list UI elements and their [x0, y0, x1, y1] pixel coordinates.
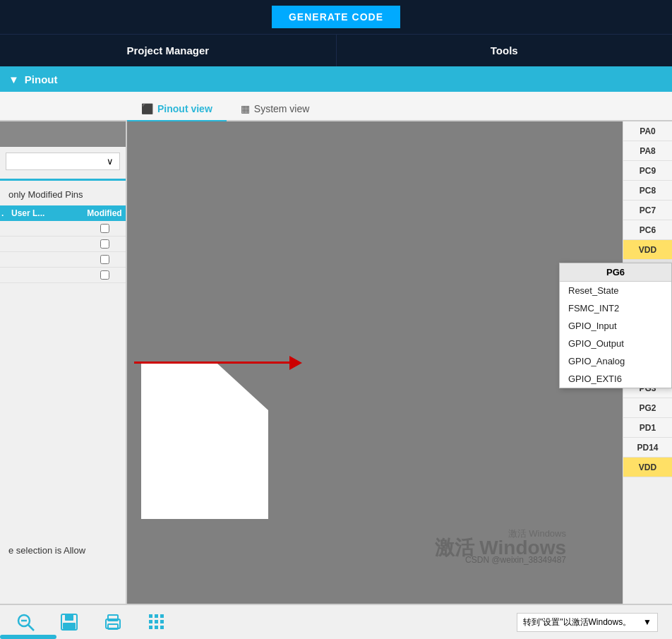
tab-bar: Project Manager Tools: [0, 34, 672, 66]
tab-pinout-view[interactable]: ⬛ Pinout view: [127, 97, 227, 121]
svg-rect-11: [160, 614, 164, 618]
dropdown-item-gpio-input[interactable]: GPIO_Input: [560, 317, 671, 335]
dropdown-item-gpio-output[interactable]: GPIO_Output: [560, 335, 671, 352]
svg-rect-13: [155, 620, 158, 623]
modified-checkbox[interactable]: [100, 239, 109, 249]
save-icon[interactable]: [58, 611, 80, 633]
row-dot: [0, 226, 8, 232]
pin-table-header: . User L... Modified: [0, 205, 126, 221]
pinout-view-label: Pinout view: [157, 103, 212, 114]
row-modified[interactable]: [83, 252, 126, 267]
chip-area: 激活 Windows 激活 Windows CSDN @weixin_38349…: [127, 121, 623, 604]
table-row: [0, 268, 126, 283]
sidebar-blue-divider: [0, 179, 126, 181]
chip-notch: [141, 364, 268, 519]
pin-item-PD14[interactable]: PD14: [623, 438, 672, 458]
top-bar: GENERATE CODE: [0, 0, 672, 34]
row-user: [8, 241, 83, 247]
svg-rect-16: [155, 626, 158, 629]
col-dot: .: [0, 205, 8, 221]
system-icon: ▦: [241, 103, 250, 114]
modified-checkbox[interactable]: [100, 270, 109, 280]
generate-code-button[interactable]: GENERATE CODE: [272, 6, 400, 28]
windows-watermark: 激活 Windows: [435, 535, 566, 561]
system-view-label: System view: [254, 103, 310, 114]
tab-project-manager[interactable]: Project Manager: [0, 35, 337, 66]
col-modified: Modified: [83, 205, 126, 221]
table-row: [0, 237, 126, 252]
pinout-icon: ⬛: [141, 103, 153, 114]
tab-system-view[interactable]: ▦ System view: [227, 97, 324, 121]
pin-item-VDD[interactable]: VDD: [623, 240, 672, 260]
pin-dropdown-title: PG6: [560, 263, 671, 282]
zoom-out-button[interactable]: [14, 611, 37, 633]
svg-rect-12: [149, 620, 152, 623]
arrow-head: [289, 356, 302, 370]
row-modified[interactable]: [83, 237, 126, 251]
svg-rect-4: [65, 614, 73, 621]
col-user-label: User L...: [8, 205, 83, 221]
pin-item-PG2[interactable]: PG2: [623, 398, 672, 418]
sidebar-gray-bar: [0, 121, 126, 147]
modified-checkbox[interactable]: [100, 255, 109, 264]
left-sidebar: ∨ only Modified Pins . User L... Modifie…: [0, 121, 127, 604]
pin-item-PC7[interactable]: PC7: [623, 201, 672, 220]
chevron-icon: ▼: [8, 73, 19, 85]
sidebar-dropdown[interactable]: ∨: [6, 153, 120, 170]
bottom-scrollbar[interactable]: [0, 635, 56, 639]
svg-rect-10: [155, 614, 158, 618]
only-modified-pins-label: only Modified Pins: [0, 184, 126, 205]
sidebar-bottom-text: e selection is Allow: [0, 539, 126, 561]
svg-rect-14: [160, 620, 164, 623]
svg-rect-9: [149, 614, 152, 618]
bottom-toolbar: 转到"设置"以激活Windows。 ▼: [0, 604, 672, 639]
tab-tools[interactable]: Tools: [337, 35, 673, 66]
dropdown-item-gpio-analog[interactable]: GPIO_Analog: [560, 352, 671, 370]
svg-rect-15: [149, 626, 152, 629]
section-header: ▼ Pinout: [0, 66, 672, 92]
dropdown-item-reset[interactable]: Reset_State: [560, 282, 671, 299]
activate-windows-text: 激活 Windows: [508, 527, 566, 540]
dropdown-arrow-icon: ▼: [643, 617, 652, 627]
table-row: [0, 221, 126, 237]
pin-dropdown-menu: PG6 Reset_State FSMC_INT2 GPIO_Input GPI…: [559, 263, 672, 388]
row-dot: [0, 273, 8, 278]
row-dot: [0, 241, 8, 247]
dropdown-item-gpio-exti[interactable]: GPIO_EXTI6: [560, 370, 671, 388]
svg-rect-17: [160, 626, 164, 629]
main-content: ∨ only Modified Pins . User L... Modifie…: [0, 121, 672, 604]
svg-line-1: [28, 625, 34, 631]
grid-icon[interactable]: [145, 611, 168, 633]
print-icon[interactable]: [102, 611, 124, 633]
pin-item-PC8[interactable]: PC8: [623, 181, 672, 201]
red-arrow: [134, 356, 302, 370]
arrow-line: [134, 362, 289, 364]
pin-item-PC9[interactable]: PC9: [623, 161, 672, 181]
modified-checkbox[interactable]: [100, 224, 109, 233]
row-modified[interactable]: [83, 268, 126, 282]
chevron-down-icon: ∨: [107, 156, 114, 167]
row-user: [8, 226, 83, 232]
pin-item-PC6[interactable]: PC6: [623, 220, 672, 240]
section-title: Pinout: [25, 73, 58, 85]
row-user: [8, 273, 83, 278]
svg-rect-5: [63, 623, 76, 629]
view-tabs: ⬛ Pinout view ▦ System view: [0, 92, 672, 121]
csdn-watermark: CSDN @weixin_38349487: [465, 555, 566, 565]
pin-item-PD1[interactable]: PD1: [623, 418, 672, 438]
row-user: [8, 257, 83, 263]
pin-item-PA8[interactable]: PA8: [623, 141, 672, 161]
toolbar-dropdown-text: 转到"设置"以激活Windows。: [523, 616, 631, 628]
row-dot: [0, 257, 8, 263]
pin-item-VDD2[interactable]: VDD: [623, 458, 672, 477]
table-row: [0, 252, 126, 268]
toolbar-windows-dropdown[interactable]: 转到"设置"以激活Windows。 ▼: [517, 613, 658, 632]
dropdown-item-fsmc[interactable]: FSMC_INT2: [560, 299, 671, 317]
row-modified[interactable]: [83, 221, 126, 236]
pin-item-PA0[interactable]: PA0: [623, 121, 672, 141]
